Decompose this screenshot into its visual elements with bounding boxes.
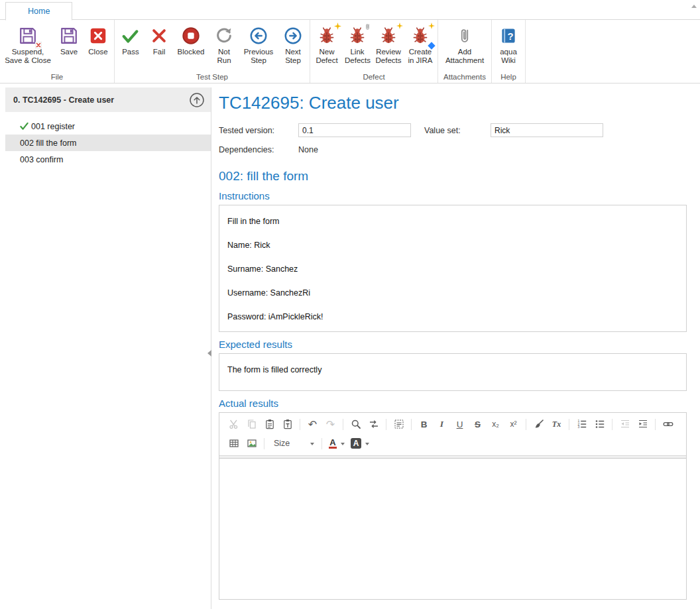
button-label: Add Attachment <box>442 48 487 65</box>
ribbon-group-attachments: Add Attachment Attachments <box>438 20 492 83</box>
save-icon <box>58 25 80 47</box>
ribbon-group-label: Attachments <box>438 72 491 83</box>
test-step-detail: TC142695: Create user Tested version: Va… <box>211 87 687 609</box>
button-label: Pass <box>122 48 139 56</box>
blocked-button[interactable]: Blocked <box>173 23 209 58</box>
dependencies-row: Dependencies: None <box>219 145 687 154</box>
link-defects-icon <box>346 25 369 47</box>
button-label: Close <box>88 48 107 56</box>
button-label: Blocked <box>178 48 205 56</box>
previous-step-icon <box>247 25 270 47</box>
button-label: Create in JIRA <box>407 48 434 65</box>
create-in-jira-button[interactable]: Create in JIRA <box>404 23 436 67</box>
instructions-label: Instructions <box>219 190 687 201</box>
copy-formatting-icon[interactable] <box>530 416 548 432</box>
select-all-icon[interactable] <box>390 416 408 432</box>
review-defects-button[interactable]: Review Defects <box>373 23 404 67</box>
pass-icon <box>119 25 142 47</box>
toolbar-separator <box>526 419 526 430</box>
instructions-box: Fill in the form Name: Rick Surname: San… <box>219 205 687 332</box>
link-icon[interactable] <box>659 416 677 432</box>
replace-icon[interactable] <box>365 416 382 432</box>
bulleted-list-icon[interactable] <box>591 416 609 432</box>
button-label: New Defect <box>314 48 339 65</box>
text-color-button[interactable]: A <box>325 435 348 451</box>
actual-results-editor: ↶ ↷ B I U S x₂ x² Tx <box>219 412 687 600</box>
text-color-icon: A <box>329 438 336 449</box>
decrease-indent-icon[interactable] <box>616 416 634 432</box>
pass-button[interactable]: Pass <box>116 23 145 58</box>
value-set-input[interactable] <box>491 123 603 137</box>
passed-check-icon <box>20 122 31 131</box>
toolbar-separator <box>321 438 322 449</box>
paste-plain-text-icon[interactable] <box>278 416 296 432</box>
tested-version-input[interactable] <box>298 123 411 137</box>
step-item-003-confirm[interactable]: 003 confirm <box>5 151 211 168</box>
splitter-collapse-handle[interactable] <box>207 350 211 357</box>
ribbon-body: Suspend, Save & Close Save Close File <box>0 20 700 84</box>
underline-button[interactable]: U <box>451 416 469 432</box>
step-item-002-fill-the-form[interactable]: 002 fill the form <box>5 135 211 151</box>
chevron-down-icon <box>341 443 345 447</box>
next-step-icon <box>282 25 304 47</box>
button-label: Suspend, Save & Close <box>4 48 52 65</box>
aqua-wiki-button[interactable]: ? aqua Wiki <box>493 23 524 67</box>
previous-step-button[interactable]: Previous Step <box>239 23 278 67</box>
paste-icon[interactable] <box>261 416 278 432</box>
numbered-list-icon[interactable] <box>573 416 591 432</box>
italic-button[interactable]: I <box>433 416 451 432</box>
insert-table-icon[interactable] <box>225 435 243 451</box>
button-label: Fail <box>153 48 166 56</box>
undo-icon[interactable]: ↶ <box>304 416 321 432</box>
test-case-header-label: 0. TC142695 - Create user <box>13 95 114 105</box>
instruction-line: Name: Rick <box>227 240 678 251</box>
superscript-button[interactable]: x² <box>504 416 522 432</box>
save-button[interactable]: Save <box>54 23 84 58</box>
expected-results-text: The form is filled correctly <box>227 365 321 374</box>
fail-button[interactable]: Fail <box>145 23 173 58</box>
expected-results-box: The form is filled correctly <box>219 353 687 391</box>
review-defects-icon <box>377 25 400 47</box>
remove-format-button[interactable]: Tx <box>548 416 565 432</box>
scrollbar-up-icon[interactable] <box>691 2 697 8</box>
toolbar-separator <box>300 419 300 430</box>
cut-icon[interactable] <box>225 416 243 432</box>
ribbon-group-label: Test Step <box>115 72 310 83</box>
find-icon[interactable] <box>347 416 365 432</box>
aqua-wiki-icon: ? <box>497 25 520 47</box>
bold-button[interactable]: B <box>415 416 433 432</box>
redo-icon[interactable]: ↷ <box>321 416 339 432</box>
collapse-up-button[interactable] <box>188 91 206 109</box>
ribbon-group-defect: New Defect Link Defects Review Defects <box>310 20 438 83</box>
step-title: 002: fill the form <box>219 169 687 184</box>
not-run-button[interactable]: Not Run <box>209 23 239 67</box>
next-step-button[interactable]: Next Step <box>278 23 308 67</box>
actual-results-input[interactable] <box>219 459 686 599</box>
step-item-label: 003 confirm <box>20 155 63 164</box>
button-label: Not Run <box>211 48 237 65</box>
insert-image-icon[interactable] <box>243 435 261 451</box>
toolbar-separator <box>343 419 343 430</box>
tab-home[interactable]: Home <box>5 2 72 21</box>
step-item-label: 001 register <box>31 122 75 131</box>
close-button[interactable]: Close <box>84 23 113 58</box>
dependencies-value: None <box>298 145 318 154</box>
new-defect-button[interactable]: New Defect <box>312 23 342 67</box>
font-size-label: Size <box>274 439 306 448</box>
background-color-button[interactable]: A <box>348 435 372 451</box>
button-label: Save <box>60 48 78 56</box>
add-attachment-button[interactable]: Add Attachment <box>439 23 490 67</box>
subscript-button[interactable]: x₂ <box>487 416 504 432</box>
step-item-001-register[interactable]: 001 register <box>5 118 211 135</box>
value-set-label: Value set: <box>424 126 491 135</box>
toolbar-separator <box>386 419 386 430</box>
copy-icon[interactable] <box>243 416 261 432</box>
link-defects-button[interactable]: Link Defects <box>342 23 373 67</box>
editor-toolbar-row2: Size A A <box>219 434 686 455</box>
instruction-line: Surname: Sanchez <box>227 264 678 274</box>
suspend-save-close-button[interactable]: Suspend, Save & Close <box>1 23 54 67</box>
strikethrough-button[interactable]: S <box>469 416 487 432</box>
not-run-icon <box>213 25 235 47</box>
font-size-dropdown[interactable]: Size <box>268 436 318 451</box>
increase-indent-icon[interactable] <box>634 416 652 432</box>
